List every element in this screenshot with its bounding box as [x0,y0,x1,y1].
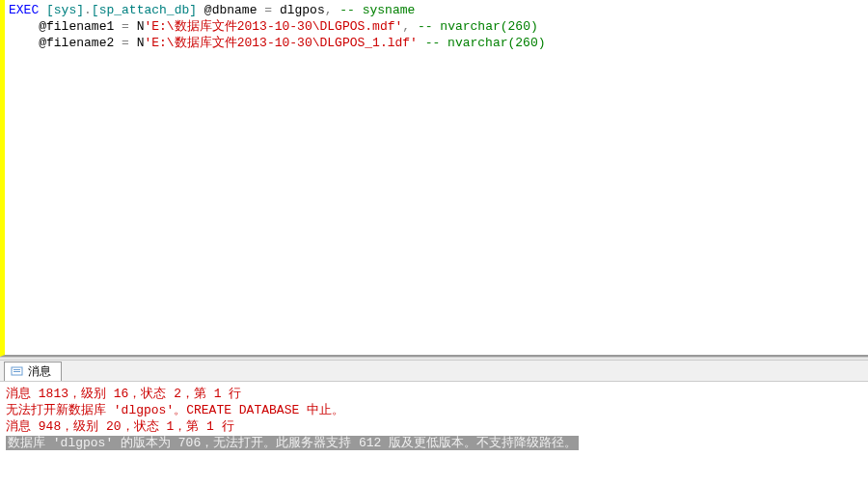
equals: = [122,36,129,50]
comma: , [402,19,410,34]
n-prefix: N [129,36,145,50]
comment-sysname: -- sysname [333,3,416,17]
indent [9,36,39,50]
keyword-exec: EXEC [9,3,39,17]
comma: , [325,3,333,17]
param-dbname: @dbname [197,3,264,17]
message-line: 消息 1813，级别 16，状态 2，第 1 行 [6,386,862,402]
message-line: 消息 948，级别 20，状态 1，第 1 行 [6,418,862,435]
dot-sep: . [84,3,92,17]
messages-pane[interactable]: 消息 1813，级别 16，状态 2，第 1 行 无法打开新数据库 'dlgpo… [0,382,868,455]
proc-ident: [sp_attach_db] [92,3,197,17]
equals: = [122,19,129,34]
sql-editor[interactable]: EXEC [sys].[sp_attach_db] @dbname = dlgp… [0,0,868,357]
messages-tab-label: 消息 [28,363,51,380]
dbname-value: dlgpos [272,3,325,17]
comment-nvarchar1: -- nvarchar(260) [410,19,538,34]
equals: = [264,3,272,17]
schema-ident: [sys] [39,3,84,17]
messages-icon [11,366,24,378]
message-line-selected: 数据库 'dlgpos' 的版本为 706，无法打开。此服务器支持 612 版及… [6,435,862,451]
indent [9,19,39,34]
param-filename1: @filename1 [39,19,122,34]
string-filename2: 'E:\数据库文件2013-10-30\DLGPOS_1.ldf' [144,36,417,50]
comment-nvarchar2: -- nvarchar(260) [418,36,546,50]
results-tab-bar: 消息 [0,361,868,382]
string-filename1: 'E:\数据库文件2013-10-30\DLGPOS.mdf' [144,19,402,34]
n-prefix: N [129,19,145,34]
messages-tab[interactable]: 消息 [4,362,62,381]
message-line: 无法打开新数据库 'dlgpos'。CREATE DATABASE 中止。 [6,402,862,418]
param-filename2: @filename2 [39,36,122,50]
